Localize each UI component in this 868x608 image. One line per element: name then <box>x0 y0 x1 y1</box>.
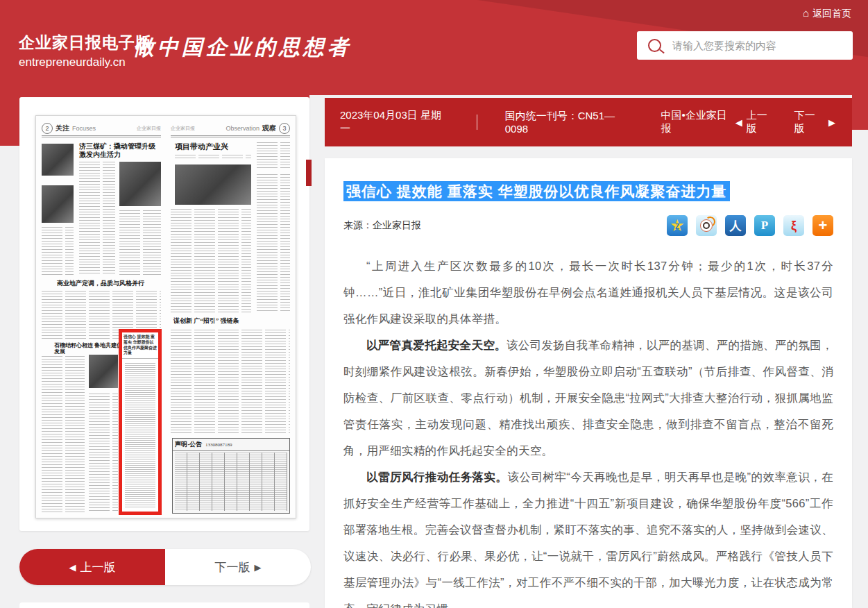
notice-title-row: 声明·公告 13308087189 <box>173 439 289 451</box>
article-body: “上周进入生产区次数最多的10次，最长一次时长137分钟；最少的1次，时长37分… <box>343 253 833 608</box>
article-source: 来源：企业家日报 <box>343 219 421 232</box>
page-2-photo <box>42 144 74 176</box>
issue-bar: 2023年04月03日 星期一 国内统一刊号：CN51—0098 中国•企业家日… <box>325 98 852 146</box>
paper-name: 中国•企业家日报 <box>661 109 735 135</box>
notice-ad-box: 声明·公告 13308087189 <box>172 438 290 514</box>
weibo-eye-glyph <box>700 219 713 232</box>
paragraph-text: 该公司发扬自我革命精神，以严的基调、严的措施、严的氛围，时刻绷紧作风建设这根弦。… <box>343 339 833 457</box>
page-2-photo <box>42 185 74 223</box>
thumb-page-3: 3 观察 Observation 企业家日报 项目带动产业兴 谋创新 广“招引”… <box>171 121 290 512</box>
issue-page-nav: ◀ 上一版 下一版 ▶ <box>735 109 835 135</box>
share-qzone-icon[interactable]: ★ Z <box>667 215 688 236</box>
page-2-text-block <box>89 394 118 512</box>
page-3-subhead-line <box>175 155 251 160</box>
share-more-icon[interactable]: + <box>812 215 833 236</box>
page-2-text-block <box>119 210 161 276</box>
page-2-text-block <box>79 162 115 276</box>
site-title: 企业家日报电子版 <box>19 32 152 53</box>
share-sina-weibo-icon[interactable] <box>696 215 717 236</box>
page-3-masthead: 企业家日报 <box>171 125 195 132</box>
article-meta-row: 来源：企业家日报 ★ Z 人 P ξ + <box>343 215 833 236</box>
highlighted-article-title: 强信心 提效能 重落实 华塑股份以优良作风凝聚奋进力量 <box>122 332 158 359</box>
paragraph-lead: 以严管真爱托起安全天空。 <box>366 339 507 351</box>
next-button-label: 下一版 <box>215 559 250 575</box>
page-2-number-badge: 2 <box>42 123 53 134</box>
share-toolbar: ★ Z 人 P ξ + <box>667 215 833 236</box>
site-logo[interactable]: 企业家日报电子版 entrepreneurdaily.cn <box>19 32 152 69</box>
page-2-text-block <box>42 356 85 512</box>
issue-number: 国内统一刊号：CN51—0098 <box>505 110 635 135</box>
page-3-number-badge: 3 <box>279 123 290 134</box>
page-2-section-en: Focuses <box>72 125 96 132</box>
next-page-button[interactable]: 下一版 ▶ <box>165 549 311 585</box>
notice-columns <box>175 453 287 511</box>
share-pengyou-icon[interactable]: P <box>754 215 775 236</box>
page-3-side-headline <box>257 142 290 170</box>
page-2-photo <box>89 355 118 388</box>
search-icon <box>648 39 661 52</box>
issue-divider <box>477 115 477 130</box>
next-page-arrow-icon[interactable]: ▶ <box>828 117 835 128</box>
home-icon: ⌂ <box>803 7 809 19</box>
article-title[interactable]: 强信心 提效能 重落实 华塑股份以优良作风凝聚奋进力量 <box>343 181 730 201</box>
newspaper-spread-thumbnail[interactable]: 2 关注 Focuses 企业家日报 济三煤矿：撬动管理升级 激发内生活力 商业… <box>35 115 296 518</box>
pengyou-glyph: P <box>761 219 768 233</box>
page-3-text-block <box>171 330 290 434</box>
site-domain: entrepreneurdaily.cn <box>19 56 152 69</box>
page-3-photo <box>175 164 251 205</box>
share-tencent-weibo-icon[interactable]: ξ <box>783 215 804 236</box>
next-arrow-icon: ▶ <box>255 562 262 573</box>
qzone-letter-glyph: Z <box>675 223 679 230</box>
prev-button-label: 上一版 <box>80 559 116 575</box>
page-2-headline-3: 石榴结籽心相连 鲁地共建促发展 <box>54 342 124 355</box>
current-article-highlight[interactable]: 强信心 提效能 重落实 华塑股份以优良作风凝聚奋进力量 <box>119 329 162 515</box>
prev-page-button[interactable]: ◀ 上一版 <box>19 549 165 585</box>
next-page-link[interactable]: 下一版 <box>794 109 824 135</box>
paragraph-lead: 以雷厉风行推动任务落实。 <box>366 471 507 483</box>
issue-date: 2023年04月03日 星期一 <box>340 109 449 135</box>
page-2-photo <box>119 162 161 206</box>
search-input[interactable] <box>671 39 853 52</box>
notice-phone: 13308087189 <box>205 442 232 448</box>
page-2-header: 2 关注 Focuses 企业家日报 <box>42 121 161 137</box>
paragraph-text: “上周进入生产区次数最多的10次，最长一次时长137分钟；最少的1次，时长37分… <box>343 260 833 325</box>
article-panel: 强信心 提效能 重落实 华塑股份以优良作风凝聚奋进力量 来源：企业家日报 ★ Z… <box>325 158 852 608</box>
header-right-extension <box>852 95 868 130</box>
renren-glyph: 人 <box>730 218 742 234</box>
notice-title: 声明·公告 <box>175 440 202 449</box>
page-2-headline-2: 商业地产定调，品质与风格并行 <box>57 280 161 287</box>
prev-page-arrow-icon[interactable]: ◀ <box>735 117 742 128</box>
prev-page-link[interactable]: 上一版 <box>747 109 776 135</box>
page-3-section: 观察 <box>262 124 276 133</box>
more-plus-glyph: + <box>819 217 828 235</box>
article-paragraph: 以严管真爱托起安全天空。该公司发扬自我革命精神，以严的基调、严的措施、严的氛围，… <box>343 332 833 464</box>
page-2-text-block <box>42 227 74 276</box>
highlighted-article-text <box>125 363 155 509</box>
home-link-label: 返回首页 <box>812 8 851 19</box>
site-slogan: 做中国企业的思想者 <box>133 33 352 62</box>
share-renren-icon[interactable]: 人 <box>725 215 746 236</box>
next-panel-stub <box>19 602 309 608</box>
site-header: 企业家日报电子版 entrepreneurdaily.cn 做中国企业的思想者 … <box>0 0 868 95</box>
search-bar[interactable] <box>637 31 853 60</box>
page-2-masthead: 企业家日报 <box>137 125 161 132</box>
tencent-weibo-glyph: ξ <box>791 219 797 233</box>
paragraph-text: 该公司树牢“今天再晚也是早，明天再早也是晚”的效率意识，在抓好安全生产经营等工作… <box>343 471 833 608</box>
page-3-text-block <box>257 174 290 313</box>
prev-arrow-icon: ◀ <box>69 562 76 573</box>
page-3-section-en: Observation <box>225 125 259 132</box>
page-3-header: 3 观察 Observation 企业家日报 <box>171 121 290 137</box>
page-2-section: 关注 <box>56 124 69 133</box>
page-2-headline-1: 济三煤矿：撬动管理升级 激发内生活力 <box>79 142 161 158</box>
home-link[interactable]: ⌂返回首页 <box>803 7 851 20</box>
page: 企业家日报电子版 entrepreneurdaily.cn 做中国企业的思想者 … <box>0 0 868 608</box>
panel-edge-marker <box>306 160 312 186</box>
article-paragraph: 以雷厉风行推动任务落实。该公司树牢“今天再晚也是早，明天再早也是晚”的效率意识，… <box>343 464 833 608</box>
article-paragraph: “上周进入生产区次数最多的10次，最长一次时长137分钟；最少的1次，时长37分… <box>343 253 833 332</box>
page-3-headline-1: 项目带动产业兴 <box>175 142 251 151</box>
page-pager: ◀ 上一版 下一版 ▶ <box>19 549 311 585</box>
page-preview-panel: 2 关注 Focuses 企业家日报 济三煤矿：撬动管理升级 激发内生活力 商业… <box>19 97 309 531</box>
page-3-text-block <box>171 209 251 313</box>
page-3-headline-2: 谋创新 广“招引” 强链条 <box>173 317 257 324</box>
